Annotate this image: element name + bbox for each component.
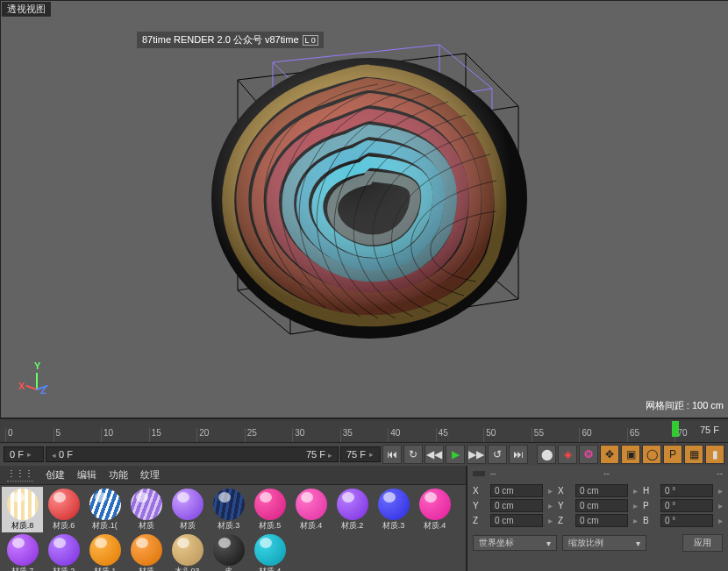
move-key-button[interactable]: ✥ bbox=[600, 445, 619, 464]
keyframe-options-button[interactable]: ❂ bbox=[579, 445, 598, 464]
coord-key: B bbox=[643, 516, 655, 525]
timeline-tick: 0 bbox=[5, 428, 54, 442]
range-start-field[interactable]: 0 F▸ bbox=[4, 446, 44, 462]
material-label: 材质.6 bbox=[43, 520, 84, 532]
play-button[interactable]: ▶ bbox=[446, 445, 465, 464]
range-slider[interactable]: ◂ 0 F 75 F ▸ bbox=[46, 446, 339, 462]
rotation-field[interactable]: 0 ° bbox=[660, 514, 713, 527]
coord-key: Z bbox=[473, 516, 485, 525]
position-field[interactable]: 0 cm bbox=[490, 484, 543, 497]
material-label: 木头03 bbox=[167, 566, 208, 571]
param-key-button[interactable]: P bbox=[663, 445, 682, 464]
material-swatch[interactable]: 皮 bbox=[208, 532, 249, 571]
coord-row: X0 cm▸X0 cm▸H0 °▸ bbox=[473, 484, 723, 497]
coord-key: Y bbox=[473, 501, 485, 510]
material-swatch[interactable]: 材质 bbox=[167, 487, 208, 532]
timeline-panel: 0510152025303540455055606570 75 F 0 F▸ ◂… bbox=[0, 418, 728, 466]
material-preview-ball bbox=[337, 489, 368, 520]
size-field[interactable]: 0 cm bbox=[575, 514, 628, 527]
material-preview-ball bbox=[7, 534, 39, 566]
axis-gizmo: Y X Z bbox=[18, 360, 54, 396]
rotate-key-button[interactable]: ◯ bbox=[642, 445, 661, 464]
material-label: 材质.4 bbox=[290, 520, 332, 532]
timeline-ruler[interactable]: 0510152025303540455055606570 75 F bbox=[0, 419, 728, 442]
material-label: 材质 bbox=[125, 520, 167, 532]
rotation-field[interactable]: 0 ° bbox=[660, 499, 713, 512]
timeline-tick: 65 bbox=[627, 428, 675, 442]
current-frame-field[interactable]: 75 F▸ bbox=[340, 446, 381, 462]
material-swatch[interactable]: 材质.6 bbox=[43, 487, 84, 532]
material-swatch[interactable]: 材质 bbox=[125, 487, 167, 532]
material-swatch[interactable]: 材质.5 bbox=[249, 487, 290, 532]
material-swatch[interactable]: 材质.1( bbox=[84, 487, 125, 532]
material-preview-ball bbox=[213, 489, 245, 520]
timeline-tick: 25 bbox=[245, 428, 293, 442]
coord-key: X bbox=[558, 486, 570, 496]
material-preview-ball bbox=[48, 489, 80, 520]
perspective-viewport[interactable]: 透视视图 87time RENDER 2.0 公众号 v87time L 0 bbox=[0, 0, 728, 418]
material-swatch[interactable]: 材质.8 bbox=[2, 487, 43, 532]
playback-bar: 0 F▸ ◂ 0 F 75 F ▸ 75 F▸ ⏮ ↻ ◀◀ ▶ ▶▶ ↺ ⏭ … bbox=[0, 442, 728, 466]
position-field[interactable]: 0 cm bbox=[490, 499, 543, 512]
size-field[interactable]: 0 cm bbox=[575, 484, 628, 497]
next-frame-button[interactable]: ▶▶ bbox=[467, 445, 486, 464]
goto-end-button[interactable]: ⏭ bbox=[509, 445, 528, 464]
material-preview-ball bbox=[89, 534, 121, 566]
playhead-marker[interactable] bbox=[672, 421, 679, 437]
material-preview-ball bbox=[378, 489, 410, 520]
material-label: 材质 bbox=[167, 520, 208, 532]
rewind-button[interactable]: ↻ bbox=[403, 445, 423, 464]
material-swatch[interactable]: 材质.1 bbox=[84, 532, 125, 571]
coord-system-dropdown[interactable]: 世界坐标▾ bbox=[473, 535, 557, 551]
material-label: 材质.2 bbox=[43, 566, 84, 571]
axis-y-label: Y bbox=[34, 360, 40, 371]
material-swatch[interactable]: 材质.4 bbox=[290, 487, 332, 532]
record-button[interactable]: ⬤ bbox=[537, 445, 556, 464]
apply-button[interactable]: 应用 bbox=[682, 534, 723, 552]
material-preview-ball bbox=[419, 489, 451, 520]
layout-button[interactable]: ▮ bbox=[705, 445, 724, 464]
material-preview-ball bbox=[172, 534, 203, 566]
material-preview-ball bbox=[296, 489, 327, 520]
menu-create[interactable]: 创建 bbox=[46, 468, 65, 482]
timeline-end-tick: 75 F bbox=[700, 425, 719, 435]
material-swatch[interactable]: 材质.3 bbox=[373, 487, 414, 532]
scale-key-button[interactable]: ▣ bbox=[621, 445, 640, 464]
menu-function[interactable]: 功能 bbox=[109, 468, 128, 482]
prev-frame-button[interactable]: ◀◀ bbox=[425, 445, 444, 464]
goto-start-button[interactable]: ⏮ bbox=[382, 445, 402, 464]
material-swatch[interactable]: 材质.4 bbox=[414, 487, 455, 532]
timeline-tick: 5 bbox=[54, 428, 102, 442]
size-field[interactable]: 0 cm bbox=[575, 499, 628, 512]
material-swatch-grid: 材质.8材质.6材质.1(材质材质材质.3材质.5材质.4材质.2材质.3材质.… bbox=[0, 485, 466, 571]
axis-z-label: Z bbox=[40, 385, 46, 396]
rotation-field[interactable]: 0 ° bbox=[660, 484, 713, 497]
material-label: 材质.3 bbox=[373, 520, 414, 532]
material-swatch[interactable]: 木头03 bbox=[167, 532, 208, 571]
material-swatch[interactable]: 材质.4 bbox=[249, 532, 290, 571]
coordinates-panel: -- -- -- X0 cm▸X0 cm▸H0 °▸Y0 cm▸Y0 cm▸P0… bbox=[467, 466, 728, 571]
material-swatch[interactable]: 材质.3 bbox=[208, 487, 249, 532]
material-preview-ball bbox=[131, 489, 162, 520]
material-swatch[interactable]: 材质 bbox=[125, 532, 167, 571]
material-swatch[interactable]: 材质.2 bbox=[332, 487, 373, 532]
menu-edit[interactable]: 编辑 bbox=[77, 468, 96, 482]
svg-point-2 bbox=[211, 58, 527, 339]
attr-col3: -- bbox=[717, 468, 723, 478]
position-field[interactable]: 0 cm bbox=[490, 514, 543, 527]
material-swatch[interactable]: 材质.2 bbox=[43, 532, 84, 571]
grid-key-button[interactable]: ▦ bbox=[684, 445, 703, 464]
viewport-scene bbox=[168, 10, 562, 387]
forward-button[interactable]: ↺ bbox=[488, 445, 507, 464]
timeline-tick: 50 bbox=[483, 428, 532, 442]
material-menu-icon[interactable]: ⋮⋮⋮ bbox=[7, 468, 33, 482]
material-label: 材质 bbox=[125, 566, 167, 571]
menu-texture[interactable]: 纹理 bbox=[140, 468, 160, 482]
material-swatch[interactable]: 材质.7 bbox=[2, 532, 43, 571]
scale-mode-dropdown[interactable]: 缩放比例▾ bbox=[562, 535, 646, 551]
material-label: 皮 bbox=[208, 566, 249, 571]
autokey-button[interactable]: ◈ bbox=[558, 445, 577, 464]
attr-col1: -- bbox=[490, 468, 496, 478]
attr-menu-icon[interactable] bbox=[473, 471, 485, 476]
coord-key: Z bbox=[558, 516, 570, 525]
